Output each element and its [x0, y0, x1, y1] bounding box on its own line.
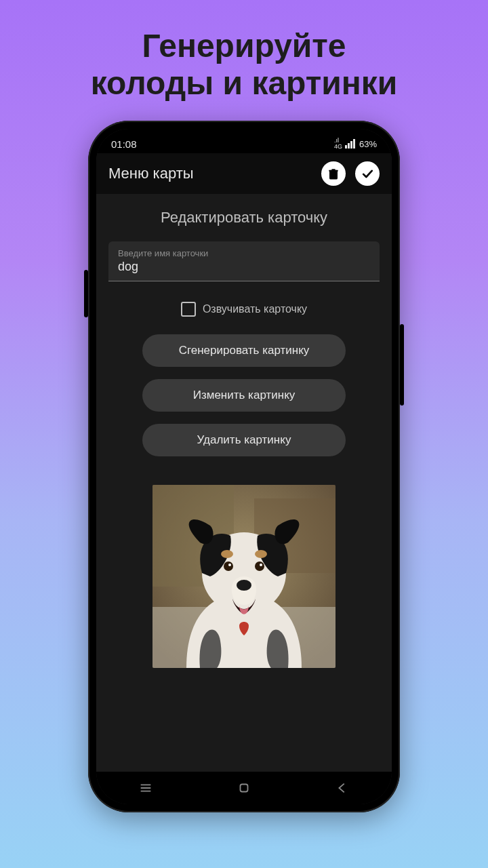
delete-button[interactable]: [321, 161, 346, 186]
nav-home-icon[interactable]: [237, 781, 251, 795]
status-battery: 63%: [359, 139, 377, 149]
status-time: 01:08: [111, 138, 137, 150]
phone-screen: 01:08 .ıl4G 63% Меню карты: [96, 129, 392, 804]
svg-point-7: [255, 550, 267, 558]
generate-image-button[interactable]: Сгенерировать картинку: [142, 334, 346, 367]
dog-image-icon: [152, 485, 336, 668]
app-bar-title: Меню карты: [108, 165, 194, 182]
status-net-icon: .ıl4G: [334, 138, 342, 150]
svg-rect-16: [240, 785, 247, 792]
svg-rect-0: [330, 171, 337, 179]
card-image-preview: [152, 485, 336, 668]
status-bar: 01:08 .ıl4G 63%: [96, 129, 392, 153]
delete-image-label: Удалить картинку: [197, 433, 291, 447]
app-bar: Меню карты: [96, 153, 392, 194]
svg-point-9: [255, 561, 264, 571]
editor-heading: Редактировать карточку: [161, 209, 327, 226]
svg-point-6: [221, 550, 233, 558]
phone-frame: 01:08 .ıl4G 63% Меню карты: [88, 121, 400, 812]
generate-image-label: Сгенерировать картинку: [179, 344, 310, 357]
check-icon: [361, 167, 374, 180]
trash-icon: [327, 167, 340, 180]
card-name-value: dog: [118, 260, 370, 274]
confirm-button[interactable]: [355, 161, 380, 186]
phone-side-button-left: [84, 270, 88, 317]
checkbox-icon: [181, 302, 196, 317]
voice-checkbox-row[interactable]: Озвучивать карточку: [181, 302, 307, 317]
phone-side-button-right: [400, 324, 404, 406]
signal-icon: [345, 139, 355, 149]
promo-line-2: колоды и картинки: [91, 64, 398, 102]
change-image-label: Изменить картинку: [193, 389, 296, 402]
content-area: Редактировать карточку Введите имя карто…: [96, 194, 392, 772]
nav-recent-icon[interactable]: [138, 781, 153, 795]
promo-line-1: Генерируйте: [91, 27, 398, 64]
card-name-hint: Введите имя карточки: [118, 248, 370, 258]
app-bar-actions: [321, 161, 380, 186]
promo-title: Генерируйте колоды и картинки: [91, 27, 398, 102]
android-nav-bar: [96, 772, 392, 804]
svg-point-8: [224, 561, 233, 571]
nav-back-icon[interactable]: [335, 781, 350, 795]
voice-checkbox-label: Озвучивать карточку: [203, 303, 307, 315]
change-image-button[interactable]: Изменить картинку: [142, 379, 346, 412]
card-name-field[interactable]: Введите имя карточки dog: [108, 241, 380, 281]
svg-point-12: [237, 580, 251, 591]
svg-point-10: [228, 564, 231, 566]
status-right: .ıl4G 63%: [334, 138, 377, 150]
delete-image-button[interactable]: Удалить картинку: [142, 424, 346, 456]
svg-point-11: [260, 564, 262, 566]
